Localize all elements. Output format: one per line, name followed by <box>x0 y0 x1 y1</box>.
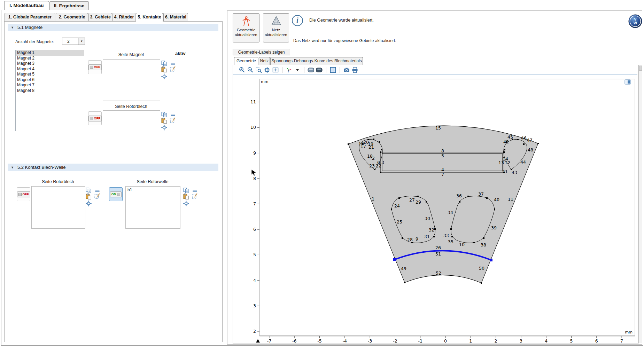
magnet-list-item[interactable]: Magnet 7 <box>16 82 84 88</box>
geometry-label-36: 36 <box>456 193 462 198</box>
geometry-label-28: 28 <box>407 237 413 242</box>
combobox-arrow-icon[interactable]: ▼ <box>78 38 85 45</box>
zoom-to-selection-icon[interactable] <box>183 200 189 206</box>
copy-selection-icon[interactable] <box>161 112 167 118</box>
subtab-gebiete[interactable]: 3. Gebiete <box>88 13 112 21</box>
magnet-list-item[interactable]: Magnet 2 <box>16 56 84 61</box>
x-tick-label: -7 <box>267 338 271 343</box>
zoom-to-selection-icon[interactable] <box>161 125 167 131</box>
magnet-list-item[interactable]: Magnet 6 <box>16 77 84 83</box>
paste-selection-icon[interactable] <box>161 66 167 72</box>
graphics-scrollbar[interactable] <box>638 65 642 343</box>
zoom-extents-icon[interactable] <box>264 67 271 73</box>
geometry-label-37: 37 <box>478 191 484 197</box>
clear-selection-icon[interactable] <box>192 193 198 199</box>
geometry-label-32: 32 <box>429 227 434 233</box>
section-header-magnete[interactable]: ▼5.1 Magnete <box>8 24 218 31</box>
x-tick-label: 3 <box>520 338 522 343</box>
collapse-triangle-icon: ▼ <box>11 164 14 171</box>
show-geometry-labels-button[interactable]: Geometrie-Labels zeigen <box>233 49 290 55</box>
print-icon[interactable] <box>351 67 358 73</box>
geometry-label-14: 14 <box>503 156 508 162</box>
caret-down-icon[interactable] <box>294 67 301 73</box>
gtab-geometrie[interactable]: Geometrie <box>234 57 258 65</box>
tab-ergebnisse[interactable]: II. Ergebnisse <box>49 1 89 10</box>
paste-selection-icon[interactable] <box>183 194 189 199</box>
x-tick-label: -5 <box>317 338 321 343</box>
toggle-kontakt-rotorwelle[interactable]: ON <box>109 187 123 201</box>
tab-modellaufbau[interactable]: I. Modellaufbau <box>4 1 49 10</box>
subtab-material[interactable]: 6. Material <box>163 13 188 21</box>
x-tick-label: -6 <box>292 338 297 343</box>
selection-entry-51[interactable]: 51 <box>126 187 180 193</box>
scene-image-2-icon[interactable] <box>316 67 323 73</box>
magnet-list-item[interactable]: Magnet 5 <box>16 72 84 77</box>
gtab-spannungs-dehnungs-kurve[interactable]: Spannungs-Dehnungs-Kurve des Blechmateri… <box>270 57 363 65</box>
update-mesh-button[interactable]: Netz aktualisieren <box>263 13 289 42</box>
magnet-list-item[interactable]: Magnet 8 <box>16 88 84 94</box>
geometry-label-31: 31 <box>424 234 430 239</box>
geometry-label-48: 48 <box>528 147 533 152</box>
toggle-seite-rotorblech[interactable]: OFF <box>88 111 102 125</box>
scene-image-1-icon[interactable] <box>308 67 315 73</box>
selection-box-seite-rotorblech[interactable] <box>103 110 160 152</box>
toggle-knob <box>117 193 120 196</box>
plot-legend-toggle-icon[interactable] <box>625 80 631 84</box>
subtab-globale-parameter[interactable]: 1. Globale Parameter <box>5 13 55 21</box>
clear-selection-icon[interactable] <box>170 66 176 72</box>
x-tick-label: 6 <box>595 338 598 343</box>
y-tick-label: 11 <box>250 99 256 104</box>
selection-box-kontakt-rotorblech[interactable] <box>31 186 85 229</box>
zoom-to-selection-icon[interactable] <box>86 200 92 206</box>
camera-icon[interactable] <box>343 67 350 73</box>
copy-selection-icon[interactable] <box>183 188 189 194</box>
axis-corner-marker <box>256 339 260 343</box>
toggle-kontakt-rotorblech[interactable]: OFF <box>17 187 30 201</box>
y-tick-label: 5 <box>253 252 256 257</box>
subtab-geometrie[interactable]: 2. Geometrie <box>56 13 88 21</box>
clear-selection-icon[interactable] <box>170 117 176 123</box>
magnet-list-item[interactable]: Magnet 1 <box>16 50 84 56</box>
gtab-netz[interactable]: Netz <box>259 57 270 65</box>
y-tick-label: 10 <box>250 125 256 130</box>
geometry-label-7: 7 <box>441 172 444 177</box>
collapse-triangle-icon: ▼ <box>11 24 14 31</box>
toolbar-separator <box>304 67 304 73</box>
section-header-kontakt[interactable]: ▼5.2 Kontakt Blech-Welle <box>8 164 218 171</box>
geometry-label-24: 24 <box>394 203 400 209</box>
x-tick-label: 5 <box>570 338 573 343</box>
geometry-label-8: 8 <box>441 148 444 154</box>
copy-selection-icon[interactable] <box>86 188 92 194</box>
magnet-list-item[interactable]: Magnet 3 <box>16 61 84 66</box>
copy-selection-icon[interactable] <box>161 61 167 66</box>
y-tick-label: 8 <box>253 176 256 181</box>
geometry-label-23: 23 <box>369 163 375 168</box>
button-label-line1: Geometrie <box>237 28 256 32</box>
geometry-label-18: 18 <box>367 154 373 159</box>
selection-box-seite-magnet[interactable] <box>103 59 160 101</box>
clear-selection-icon[interactable] <box>94 193 100 199</box>
toggle-seite-magnet[interactable]: OFF <box>88 60 102 74</box>
zoom-box-icon[interactable] <box>255 67 262 73</box>
update-geometry-button[interactable]: Geometrie aktualisieren <box>233 13 259 42</box>
section-title: 5.2 Kontakt Blech-Welle <box>17 165 66 170</box>
paste-selection-icon[interactable] <box>161 118 167 124</box>
scrollbar-thumb[interactable] <box>639 66 642 71</box>
magnet-count-combobox[interactable]: 2 ▼ <box>62 38 85 45</box>
x-tick-label: 4 <box>545 338 548 343</box>
subtab-kontakte[interactable]: 5. Kontakte <box>136 13 163 22</box>
magnet-list-item[interactable]: Magnet 4 <box>16 66 84 72</box>
zoom-in-icon[interactable] <box>239 67 246 73</box>
grid-icon[interactable] <box>329 67 336 73</box>
zoom-to-selection-icon[interactable] <box>161 73 167 79</box>
group-title-seite-rotorblech: Seite Rotorblech <box>103 104 160 109</box>
fit-window-icon[interactable] <box>272 67 279 73</box>
subtab-raender[interactable]: 4. Ränder <box>112 13 135 21</box>
geometry-plot-canvas[interactable]: -7-6-5-4-3-2-101234567234567891011mmmm12… <box>233 75 637 343</box>
selection-box-kontakt-rotorwelle[interactable]: 51 <box>125 186 180 229</box>
zoom-out-icon[interactable] <box>247 67 254 73</box>
paste-selection-icon[interactable] <box>86 194 92 199</box>
toggle-state-label: OFF <box>23 192 29 196</box>
magnet-list[interactable]: Magnet 1Magnet 2Magnet 3Magnet 4Magnet 5… <box>15 50 84 131</box>
axis-orientation-icon[interactable] <box>286 67 293 73</box>
